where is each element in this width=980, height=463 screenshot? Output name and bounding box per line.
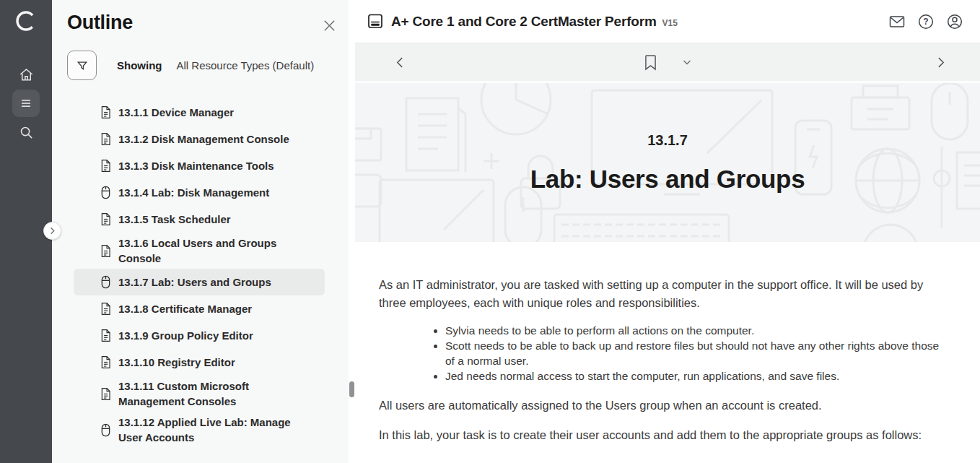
outline-item-label: 13.1.9 Group Policy Editor xyxy=(118,328,253,343)
mouse-lab-icon xyxy=(99,186,112,199)
pattern-document-icon xyxy=(954,147,980,212)
document-icon xyxy=(99,212,112,226)
mouse-lab-icon xyxy=(99,423,112,437)
document-icon xyxy=(99,159,112,173)
outline-item-label: 13.1.2 Disk Management Console xyxy=(118,131,289,147)
outline-list-item[interactable]: 13.1.1 Device Manager xyxy=(74,99,325,126)
document-icon xyxy=(99,244,112,258)
outline-list-item[interactable]: 13.1.9 Group Policy Editor xyxy=(74,322,325,349)
outline-item-label: 13.1.4 Lab: Disk Management xyxy=(118,185,269,200)
outline-item-label: 13.1.3 Disk Maintenance Tools xyxy=(118,158,274,173)
sidebar-outline-button[interactable] xyxy=(12,90,40,117)
app-window: Outline Showing All Resource Types (Defa… xyxy=(0,0,980,463)
account-button[interactable] xyxy=(942,9,967,34)
outline-item-label: 13.1.10 Registry Editor xyxy=(118,355,235,370)
outline-list-item[interactable]: 13.1.6 Local Users and Groups Console xyxy=(74,233,325,269)
sidebar-search-button[interactable] xyxy=(12,118,40,146)
requirement-item: Scott needs to be able to back up and re… xyxy=(445,338,943,368)
comptia-c-icon xyxy=(14,9,38,33)
lesson-intro-paragraph: As an IT administrator, you are tasked w… xyxy=(379,276,944,312)
pattern-plus-icon xyxy=(482,152,501,170)
close-icon xyxy=(323,19,336,33)
outline-panel: Outline Showing All Resource Types (Defa… xyxy=(52,0,355,463)
filter-value: All Resource Types (Default) xyxy=(177,59,315,72)
outline-scrollbar-track xyxy=(349,0,355,463)
outline-item-label: 13.1.8 Certificate Manager xyxy=(118,301,252,316)
outline-item-label: 13.1.5 Task Scheduler xyxy=(118,212,231,227)
bookmark-button[interactable] xyxy=(639,50,662,75)
account-icon xyxy=(946,13,963,30)
document-icon xyxy=(99,105,112,119)
bookmark-icon xyxy=(644,54,657,71)
outline-list-item[interactable]: 13.1.12 Applied Live Lab: Manage User Ac… xyxy=(74,412,325,448)
outline-item-label: 13.1.7 Lab: Users and Groups xyxy=(118,274,271,290)
pattern-pie-chart-icon xyxy=(476,81,556,139)
document-icon xyxy=(99,387,112,401)
outline-item-label: 13.1.12 Applied Live Lab: Manage User Ac… xyxy=(118,415,307,445)
lesson-toolbar xyxy=(355,43,980,81)
outline-title: Outline xyxy=(67,12,133,34)
chevron-right-icon xyxy=(48,227,56,235)
comptia-logo xyxy=(14,9,38,33)
outline-item-label: 13.1.1 Device Manager xyxy=(118,105,234,120)
pattern-monitor-icon xyxy=(375,176,498,242)
course-version-badge: V15 xyxy=(662,18,678,28)
course-header: A+ Core 1 and Core 2 CertMaster Perform … xyxy=(355,0,980,43)
lesson-number: 13.1.7 xyxy=(647,132,688,149)
panel-expand-button[interactable] xyxy=(43,222,61,240)
outline-list-item[interactable]: 13.1.4 Lab: Disk Management xyxy=(74,179,325,206)
requirement-item: Jed needs normal access to start the com… xyxy=(445,368,943,384)
pattern-slider-icon xyxy=(931,144,953,230)
outline-list-item[interactable]: 13.1.2 Disk Management Console xyxy=(74,126,325,152)
document-icon xyxy=(99,302,112,316)
pattern-keyboard-icon xyxy=(551,212,732,242)
outline-list-item[interactable]: 13.1.11 Custom Microsoft Management Cons… xyxy=(74,376,325,412)
outline-menu-icon xyxy=(18,95,34,111)
help-icon: ? xyxy=(917,13,935,30)
pattern-clock-icon xyxy=(860,222,921,242)
document-icon xyxy=(99,329,112,342)
pattern-mouse-icon xyxy=(929,81,971,141)
outline-close-button[interactable] xyxy=(323,19,336,33)
mouse-lab-icon xyxy=(99,275,112,289)
filter-showing-label: Showing xyxy=(117,59,162,72)
outline-list-item[interactable]: 13.1.10 Registry Editor xyxy=(74,349,325,376)
outline-item-label: 13.1.11 Custom Microsoft Management Cons… xyxy=(118,378,307,409)
document-icon xyxy=(99,355,112,369)
chevron-down-icon xyxy=(682,57,692,67)
pattern-globe-icon xyxy=(852,144,924,217)
svg-text:?: ? xyxy=(923,17,928,27)
outline-list-item[interactable]: 13.1.7 Lab: Users and Groups xyxy=(74,269,325,295)
lesson-hero-banner: 13.1.7 Lab: Users and Groups xyxy=(355,81,980,242)
lesson-body: As an IT administrator, you are tasked w… xyxy=(355,242,980,444)
book-icon xyxy=(367,13,384,30)
document-icon xyxy=(99,132,112,146)
help-button[interactable]: ? xyxy=(914,9,938,34)
search-icon xyxy=(18,124,35,141)
lesson-task-paragraph: In this lab, your task is to create thei… xyxy=(379,426,944,444)
lesson-groups-paragraph: All users are automatically assigned to … xyxy=(379,397,944,415)
mail-icon xyxy=(888,13,906,30)
home-icon xyxy=(18,66,35,83)
bookmark-menu-button[interactable] xyxy=(678,53,696,72)
messages-button[interactable] xyxy=(885,9,909,34)
outline-list-item[interactable]: 13.1.5 Task Scheduler xyxy=(74,206,325,233)
outline-list-item[interactable]: 13.1.8 Certificate Manager xyxy=(74,295,325,322)
outline-list: 13.1.1 Device Manager 13.1.2 Di xyxy=(52,99,355,448)
sidebar-home-button[interactable] xyxy=(12,61,40,88)
filter-funnel-icon xyxy=(75,59,89,73)
outline-scrollbar-thumb[interactable] xyxy=(349,381,354,397)
pattern-document-icon xyxy=(401,94,469,177)
pattern-printer-icon xyxy=(847,85,914,142)
course-title: A+ Core 1 and Core 2 CertMaster Perform xyxy=(391,14,657,30)
main-area: A+ Core 1 and Core 2 CertMaster Perform … xyxy=(355,0,980,463)
requirement-item: Sylvia needs to be able to perform all a… xyxy=(445,323,943,338)
outline-list-item[interactable]: 13.1.3 Disk Maintenance Tools xyxy=(74,152,325,179)
lesson-requirements-list: Sylvia needs to be able to perform all a… xyxy=(379,323,944,384)
outline-item-label: 13.1.6 Local Users and Groups Console xyxy=(118,235,307,266)
lesson-title: Lab: Users and Groups xyxy=(530,165,805,194)
filter-button[interactable] xyxy=(67,51,97,80)
lesson-content: 13.1.7 Lab: Users and Groups As an IT ad… xyxy=(355,81,980,463)
